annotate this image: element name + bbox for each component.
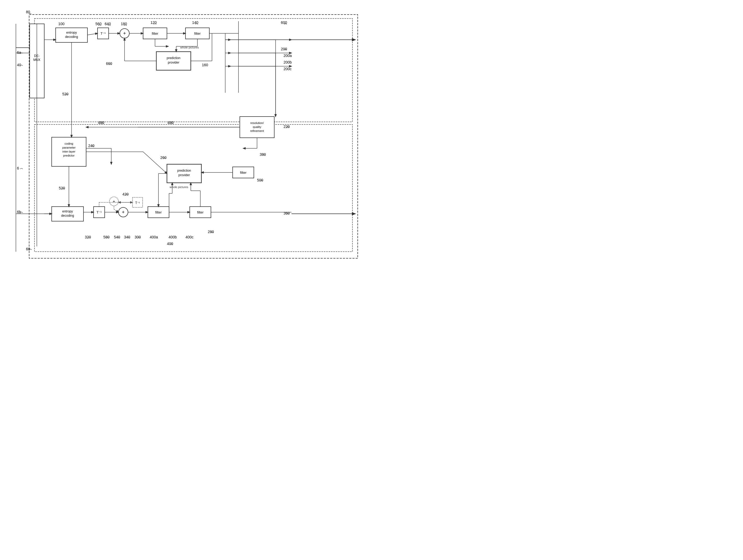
svg-text:280: 280	[208, 230, 214, 234]
svg-text:300: 300	[135, 235, 141, 239]
svg-text:refinement: refinement	[250, 129, 264, 133]
svg-text:500: 500	[257, 178, 263, 182]
svg-text:+: +	[123, 31, 126, 36]
svg-text:340: 340	[124, 235, 130, 239]
svg-text:provider: provider	[168, 61, 179, 64]
svg-text:prediction: prediction	[167, 56, 180, 60]
svg-text:entropy: entropy	[66, 31, 77, 35]
svg-text:480: 480	[98, 121, 104, 125]
svg-text:400: 400	[167, 242, 173, 246]
svg-text:160: 160	[202, 63, 208, 67]
svg-text:T⁻¹: T⁻¹	[135, 201, 140, 205]
svg-text:decoding: decoding	[61, 214, 74, 218]
svg-text:220: 220	[283, 125, 290, 129]
svg-text:660: 660	[106, 61, 112, 66]
svg-text:+: +	[122, 209, 125, 215]
svg-text:filter: filter	[194, 32, 201, 36]
svg-text:420: 420	[122, 192, 129, 196]
svg-text:decoding: decoding	[65, 35, 78, 39]
svg-text:parameter: parameter	[62, 146, 76, 149]
svg-text:400b: 400b	[169, 235, 177, 239]
svg-text:580: 580	[103, 235, 110, 239]
svg-text:provider: provider	[178, 173, 190, 177]
svg-text:240: 240	[88, 144, 95, 148]
svg-text:260: 260	[160, 155, 167, 160]
svg-text:T⁻¹: T⁻¹	[100, 32, 106, 36]
svg-text:40: 40	[17, 63, 21, 67]
svg-text:540: 540	[114, 235, 120, 239]
svg-text:filter: filter	[197, 210, 204, 214]
svg-text:100: 100	[58, 22, 64, 26]
svg-text:400a: 400a	[150, 235, 158, 239]
svg-text:480: 480	[168, 121, 174, 125]
svg-text:360: 360	[283, 211, 290, 215]
svg-text:T⁻¹: T⁻¹	[96, 210, 102, 214]
svg-text:200: 200	[281, 47, 287, 51]
svg-text:6: 6	[17, 166, 19, 170]
svg-text:filter: filter	[155, 210, 162, 214]
svg-text:resolution/: resolution/	[250, 121, 264, 125]
svg-text:6a: 6a	[17, 50, 21, 55]
svg-text:60: 60	[26, 247, 30, 251]
svg-text:320: 320	[85, 235, 91, 239]
svg-text:quality: quality	[253, 125, 261, 129]
svg-text:predictor: predictor	[63, 154, 75, 157]
svg-text:+: +	[113, 199, 115, 204]
svg-text:380: 380	[260, 152, 266, 156]
svg-text:entropy: entropy	[62, 209, 73, 213]
svg-text:520: 520	[59, 186, 65, 190]
svg-text:inter-layer: inter-layer	[62, 150, 76, 153]
diagram-container: DE- MUX entropy decoding T⁻¹ + filter fi…	[0, 0, 372, 280]
svg-text:6b: 6b	[17, 210, 21, 214]
svg-text:520: 520	[62, 92, 69, 96]
svg-text:200c: 200c	[283, 67, 292, 71]
svg-text:coding: coding	[64, 142, 73, 145]
svg-text:prediction: prediction	[177, 169, 191, 173]
svg-text:200b: 200b	[283, 60, 292, 64]
svg-text:filter: filter	[152, 32, 159, 36]
svg-text:400c: 400c	[185, 235, 193, 239]
svg-text:200a: 200a	[283, 53, 292, 58]
svg-text:filter: filter	[240, 171, 247, 175]
